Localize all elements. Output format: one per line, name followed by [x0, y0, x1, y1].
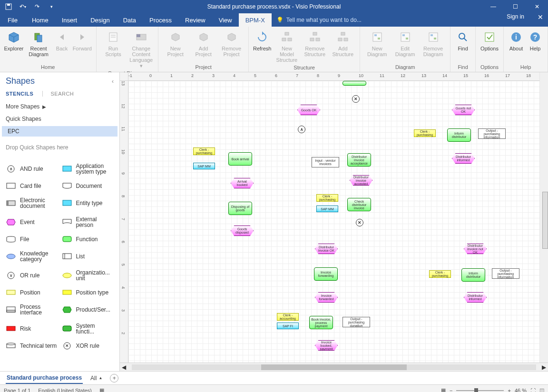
redo-button[interactable]: ↷ [30, 1, 44, 12]
sign-in-link[interactable]: Sign in [507, 13, 524, 20]
stencil-prod[interactable]: Product/Ser... [60, 300, 116, 319]
diagram-event-shape[interactable]: Invoice forwarded [315, 292, 338, 303]
diagram-event-shape[interactable]: Goods OK [297, 105, 320, 115]
diagram-gate-shape[interactable]: ✕ [352, 95, 360, 103]
stencil-doc[interactable]: Document [60, 178, 116, 194]
stencil-or[interactable]: ∨OR rule [4, 266, 60, 285]
diagram-event-shape[interactable]: Distributor invoice OK [315, 244, 338, 254]
diagram-event-shape[interactable]: Distributor informed [452, 153, 475, 164]
diagram-doc-shape[interactable]: Output - purchasing information [492, 268, 519, 279]
diagram-func-shape[interactable]: Invoice forwarding [314, 267, 338, 281]
diagram-func-shape[interactable] [342, 81, 366, 86]
diagram-pos-shape[interactable]: Clerk - purchasing [429, 270, 451, 278]
diagram-func-shape[interactable]: Distributor invoice acceptance [347, 153, 371, 167]
save-button[interactable] [2, 1, 15, 12]
diagram-pos-shape[interactable]: Clerk - purchasing [193, 147, 215, 155]
diagram-pos-shape[interactable]: Clerk - purchasing [316, 194, 338, 202]
presentation-bar[interactable] [542, 192, 548, 249]
stencil-func[interactable]: Function [60, 232, 116, 247]
stencil-org[interactable]: Organizatio... unit [60, 266, 116, 285]
diagram-doc-shape[interactable]: Input - vendor invoices [312, 157, 339, 167]
diagram-event-shape[interactable]: Distributor invoice not OK [464, 244, 487, 254]
quick-shapes-header[interactable]: Quick Shapes [0, 113, 119, 125]
menu-tab-process[interactable]: Process [143, 13, 178, 27]
language-indicator[interactable]: English (United States) [38, 388, 92, 392]
ribbon-help-button[interactable]: ?Help [526, 29, 545, 52]
stencil-term[interactable]: Technical term [4, 338, 60, 353]
stencil-pos[interactable]: Position [4, 285, 60, 300]
undo-button[interactable]: ↶ ▾ [16, 1, 29, 12]
menu-tab-file[interactable]: File [0, 13, 25, 27]
stencil-procif[interactable]: Process interface [4, 300, 60, 319]
macro-icon[interactable]: ▦ [99, 387, 104, 392]
stencil-postype[interactable]: Position type [60, 285, 116, 300]
page-tab-current[interactable]: Standard purchase process [6, 372, 83, 384]
diagram-sys-shape[interactable]: SAP MM [193, 163, 215, 169]
minimize-button[interactable]: — [482, 0, 504, 13]
qat-more-button[interactable]: ▾ [45, 1, 58, 12]
diagram-event-shape[interactable]: Invoice booked, payment [315, 340, 338, 351]
diagram-canvas[interactable]: ✕Goods OKGoods not OK∧Clerk - purchasing… [128, 81, 548, 363]
ribbon-explorer-button[interactable]: Explorer [3, 29, 25, 52]
diagram-sys-shape[interactable]: SAP MM [316, 206, 338, 212]
add-page-button[interactable]: + [110, 374, 118, 382]
stencil-event[interactable]: Event [4, 213, 60, 232]
horizontal-scrollbar[interactable]: ◀ ▶ [120, 363, 548, 371]
stencil-appsys[interactable]: Application system type [60, 159, 116, 178]
diagram-pos-shape[interactable]: Clerk - purchasing [414, 129, 436, 137]
restore-button[interactable]: ☐ [504, 0, 526, 13]
diagram-func-shape[interactable]: Inform distributor [461, 268, 485, 282]
ribbon-about-button[interactable]: iAbout [507, 29, 526, 52]
more-shapes-button[interactable]: More Shapes ▶ [0, 100, 119, 113]
stencil-file[interactable]: File [4, 232, 60, 247]
ribbon-options-button[interactable]: Options [479, 29, 500, 52]
menu-tab-view[interactable]: View [212, 13, 239, 27]
diagram-func-shape[interactable]: Check distributor invoice [347, 198, 371, 211]
diagram-event-shape[interactable]: Goods disposed [231, 225, 254, 236]
zoom-slider[interactable] [456, 390, 504, 391]
diagram-func-shape[interactable]: Disposing of goods [228, 202, 252, 215]
diagram-event-shape[interactable]: Goods not OK [452, 105, 475, 115]
close-button[interactable]: ✕ [526, 0, 548, 13]
stencil-list[interactable]: List [60, 247, 116, 266]
diagram-event-shape[interactable]: Distributor invoice accepted [350, 175, 372, 186]
stencil-know[interactable]: Knowledge category [4, 247, 60, 266]
diagram-pos-shape[interactable]: Clerk - accounting [277, 313, 299, 321]
presentation-mode-button[interactable]: ▦ [441, 387, 446, 392]
diagram-func-shape[interactable]: Book arrival [228, 152, 252, 166]
pan-zoom-button[interactable]: ◫ [539, 387, 544, 392]
zoom-out-button[interactable]: − [450, 388, 452, 392]
menu-tab-design[interactable]: Design [84, 13, 116, 27]
diagram-func-shape[interactable]: Inform distributor [447, 128, 471, 142]
ribbon-recent-diagram-button[interactable]: Recent Diagram [25, 29, 52, 58]
stencil-and[interactable]: ∧AND rule [4, 159, 60, 178]
collapse-shapes-icon[interactable]: ‹ [112, 78, 114, 85]
diagram-sys-shape[interactable]: SAP FI [277, 323, 299, 329]
stencil-epc-selected[interactable]: EPC [2, 126, 117, 137]
stencil-entity[interactable]: Entity type [60, 194, 116, 213]
stencil-extperson[interactable]: External person [60, 213, 116, 232]
diagram-doc-shape[interactable]: Output - purchasing donation [342, 317, 370, 327]
diagram-doc-shape[interactable]: Output - purchasing information [478, 128, 506, 139]
diagram-event-shape[interactable]: Distributor informed [464, 292, 487, 303]
diagram-gate-shape[interactable]: ✕ [356, 219, 363, 226]
stencil-sysfunc[interactable]: System functi... [60, 319, 116, 338]
fit-page-button[interactable]: ⛶ [530, 388, 536, 392]
ribbon-find-button[interactable]: Find [453, 29, 472, 52]
diagram-gate-shape[interactable]: ∧ [298, 126, 305, 133]
stencil-risk[interactable]: Risk [4, 319, 60, 338]
stencil-card[interactable]: Card file [4, 178, 60, 194]
zoom-in-button[interactable]: + [508, 388, 510, 392]
diagram-func-shape[interactable]: Book invoice, process payment [309, 316, 333, 329]
stencils-tab[interactable]: STENCILS [6, 91, 33, 97]
stencil-edoc[interactable]: Electronic document [4, 194, 60, 213]
collapse-ribbon-button[interactable]: ✕ [538, 13, 543, 21]
diagram-event-shape[interactable]: Arrival booked [231, 178, 254, 188]
menu-tab-data[interactable]: Data [117, 13, 143, 27]
tell-me-search[interactable]: 💡 Tell me what you want to do... [276, 13, 362, 27]
menu-tab-insert[interactable]: Insert [55, 13, 84, 27]
menu-tab-home[interactable]: Home [25, 13, 55, 27]
page-tab-all[interactable]: All ▲ [90, 375, 102, 382]
search-tab[interactable]: SEARCH [42, 91, 74, 97]
stencil-xor[interactable]: ✕XOR rule [60, 338, 116, 353]
